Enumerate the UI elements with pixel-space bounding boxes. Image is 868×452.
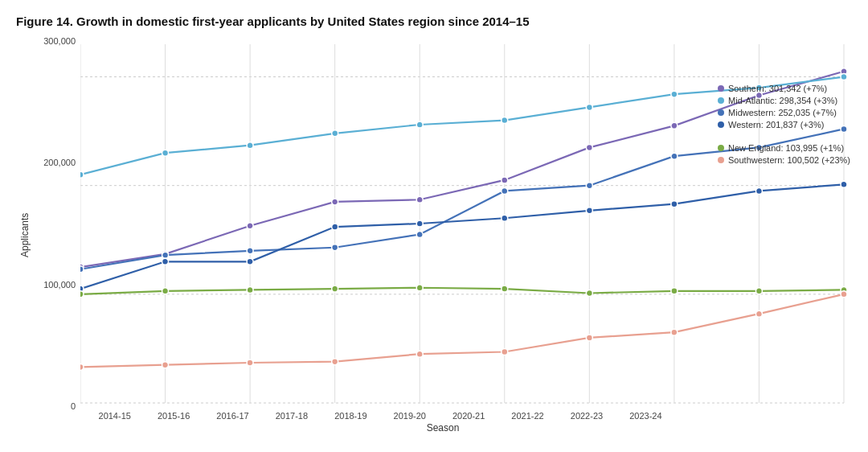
svg-point-70 (586, 335, 592, 341)
svg-point-73 (841, 291, 847, 298)
svg-point-57 (332, 286, 338, 292)
x-tick: 2021-22 (498, 411, 557, 421)
svg-point-20 (586, 144, 592, 150)
x-axis-labels: 2014-152015-162016-172017-182018-192019-… (85, 411, 852, 421)
svg-point-50 (586, 208, 592, 214)
svg-point-37 (332, 244, 338, 251)
chart-title: Figure 14. Growth in domestic first-year… (16, 14, 852, 28)
y-tick: 100,000 (43, 280, 76, 290)
y-tick: 0 (71, 401, 76, 411)
x-tick: 2022-23 (557, 411, 616, 421)
legend-dot (718, 109, 724, 116)
svg-point-61 (671, 288, 678, 294)
svg-point-49 (502, 215, 508, 221)
svg-point-27 (332, 130, 338, 137)
svg-point-36 (247, 248, 253, 254)
svg-point-28 (416, 121, 423, 128)
x-tick: 2014-15 (85, 411, 144, 421)
svg-point-67 (332, 359, 338, 365)
svg-point-54 (80, 291, 84, 298)
svg-point-30 (586, 104, 592, 110)
svg-point-17 (332, 199, 338, 205)
svg-point-72 (755, 310, 762, 317)
legend-item: Western: 201,837 (+3%) (718, 120, 850, 129)
y-axis-ticks: 300,000200,000100,0000 (34, 36, 80, 411)
svg-point-59 (502, 286, 508, 292)
svg-point-19 (502, 177, 508, 183)
svg-point-25 (162, 150, 169, 156)
svg-point-68 (416, 351, 423, 357)
legend-dot (718, 145, 724, 151)
svg-point-47 (332, 224, 338, 230)
svg-point-38 (416, 232, 423, 238)
svg-point-64 (80, 364, 84, 370)
legend-label: Western: 201,837 (+3%) (728, 120, 824, 129)
x-tick: 2017-18 (262, 411, 321, 421)
legend-item: New England: 103,995 (+1%) (718, 143, 850, 153)
legend-dot (718, 157, 724, 163)
legend-item: Mid-Atlantic: 298,354 (+3%) (718, 96, 850, 105)
svg-point-56 (247, 286, 253, 293)
svg-point-51 (671, 201, 678, 208)
svg-point-60 (586, 290, 592, 296)
svg-point-21 (671, 122, 678, 129)
svg-point-26 (247, 142, 253, 149)
svg-point-66 (247, 360, 253, 366)
legend-item: Southern: 301,342 (+7%) (718, 84, 850, 93)
legend-item: Southwestern: 100,502 (+23%) (718, 155, 850, 165)
legend-label: Mid-Atlantic: 298,354 (+3%) (728, 96, 837, 105)
x-tick: 2016-17 (203, 411, 262, 421)
legend-dot (718, 85, 724, 92)
y-axis-label: Applicants (16, 36, 34, 434)
svg-point-46 (247, 258, 253, 265)
x-tick: 2023-24 (616, 411, 675, 421)
svg-point-33 (841, 74, 847, 80)
svg-point-16 (247, 223, 253, 229)
svg-point-71 (671, 329, 678, 335)
x-tick: 2015-16 (144, 411, 203, 421)
legend-label: Midwestern: 252,035 (+7%) (728, 108, 837, 117)
legend-label: Southwestern: 100,502 (+23%) (728, 155, 850, 165)
svg-point-39 (502, 187, 508, 194)
svg-point-18 (416, 196, 423, 203)
svg-point-41 (671, 153, 678, 159)
svg-point-35 (162, 252, 169, 258)
svg-point-65 (162, 362, 169, 368)
svg-point-31 (671, 91, 678, 97)
legend-label: Southern: 301,342 (+7%) (728, 84, 827, 93)
svg-point-45 (162, 258, 169, 265)
svg-point-55 (162, 288, 169, 294)
legend-dot (718, 97, 724, 104)
svg-point-58 (416, 285, 423, 291)
legend: Southern: 301,342 (+7%)Mid-Atlantic: 298… (718, 84, 850, 167)
y-tick: 300,000 (43, 36, 76, 46)
svg-point-69 (502, 348, 508, 355)
legend-item: Midwestern: 252,035 (+7%) (718, 108, 850, 117)
svg-point-34 (80, 266, 84, 273)
x-axis-title: Season (34, 422, 852, 434)
svg-point-24 (80, 171, 84, 178)
y-tick: 200,000 (43, 158, 76, 167)
legend-label: New England: 103,995 (+1%) (728, 143, 844, 153)
x-tick: 2018-19 (321, 411, 380, 421)
x-tick: 2019-20 (380, 411, 439, 421)
svg-point-40 (586, 183, 592, 189)
svg-point-48 (416, 220, 423, 227)
x-tick: 2020-21 (439, 411, 497, 421)
svg-point-29 (502, 117, 508, 124)
svg-point-62 (755, 288, 762, 294)
chart-container: Figure 14. Growth in domestic first-year… (0, 0, 868, 452)
svg-point-53 (841, 181, 847, 187)
legend-dot (718, 121, 724, 128)
svg-point-52 (755, 187, 762, 194)
